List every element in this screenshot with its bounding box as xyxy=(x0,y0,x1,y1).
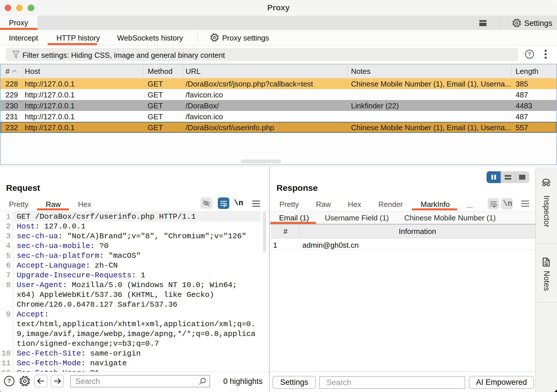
svg-text:?: ? xyxy=(528,51,531,57)
svg-text:?: ? xyxy=(7,377,11,384)
